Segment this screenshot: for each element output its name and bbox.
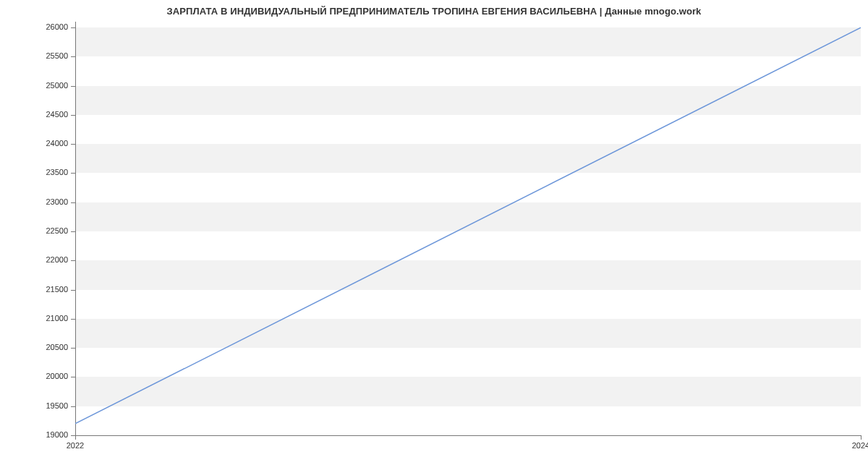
- y-tick-label: 23500: [32, 168, 68, 176]
- y-tick-label: 24000: [32, 139, 68, 148]
- x-tick-label: 2024: [839, 441, 868, 450]
- y-tick-label: 26000: [32, 22, 68, 31]
- y-tick-label: 22500: [32, 226, 68, 235]
- y-tick-label: 22000: [32, 255, 68, 264]
- y-tick-label: 20000: [32, 372, 68, 380]
- y-tick-label: 23000: [32, 197, 68, 206]
- x-tick: [75, 435, 76, 440]
- plot-area: [75, 22, 861, 435]
- series-line: [75, 27, 861, 424]
- y-tick-label: 19500: [32, 401, 68, 410]
- x-tick: [861, 435, 861, 440]
- x-tick-label: 2022: [54, 441, 97, 450]
- y-tick-label: 19000: [32, 430, 68, 439]
- y-tick-label: 20500: [32, 343, 68, 351]
- y-tick-label: 21000: [32, 314, 68, 322]
- chart-title: ЗАРПЛАТА В ИНДИВИДУАЛЬНЫЙ ПРЕДПРИНИМАТЕЛ…: [0, 6, 868, 17]
- line-series: [75, 22, 861, 435]
- y-tick-label: 25000: [32, 81, 68, 90]
- y-tick-label: 21500: [32, 285, 68, 294]
- y-tick-label: 25500: [32, 51, 68, 60]
- x-axis-line: [75, 435, 861, 436]
- chart-container: ЗАРПЛАТА В ИНДИВИДУАЛЬНЫЙ ПРЕДПРИНИМАТЕЛ…: [0, 0, 868, 470]
- y-tick-label: 24500: [32, 110, 68, 119]
